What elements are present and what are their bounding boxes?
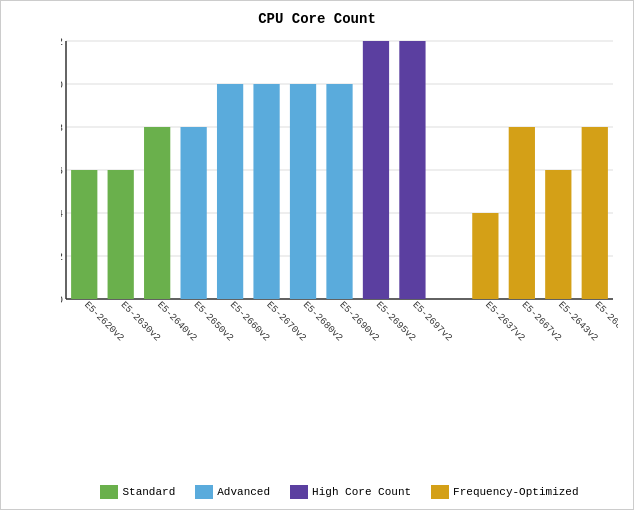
svg-rect-16 (71, 170, 97, 299)
svg-rect-18 (108, 170, 134, 299)
chart-svg: 024681012E5-2620v2E5-2630v2E5-2640v2E5-2… (61, 36, 618, 379)
legend-item-standard: Standard (100, 485, 175, 499)
svg-text:10: 10 (61, 79, 63, 91)
svg-rect-40 (545, 170, 571, 299)
svg-text:E5-2687Wv2: E5-2687Wv2 (593, 299, 618, 347)
svg-text:8: 8 (61, 122, 63, 134)
svg-text:0: 0 (61, 294, 63, 306)
svg-rect-38 (509, 127, 535, 299)
svg-rect-42 (582, 127, 608, 299)
svg-rect-20 (144, 127, 170, 299)
legend-swatch-high_core (290, 485, 308, 499)
legend-label-high_core: High Core Count (312, 486, 411, 498)
svg-text:12: 12 (61, 36, 63, 48)
legend-label-standard: Standard (122, 486, 175, 498)
legend-area: StandardAdvancedHigh Core CountFrequency… (61, 485, 618, 499)
svg-rect-36 (472, 213, 498, 299)
svg-rect-30 (326, 84, 352, 299)
svg-rect-28 (290, 84, 316, 299)
svg-rect-34 (399, 41, 425, 299)
chart-container: CPU Core Count Number of Processor Cores… (0, 0, 634, 510)
legend-swatch-advanced (195, 485, 213, 499)
legend-swatch-standard (100, 485, 118, 499)
svg-text:E5-2697v2: E5-2697v2 (410, 299, 454, 343)
legend-label-freq_optimized: Frequency-Optimized (453, 486, 578, 498)
chart-area: 024681012E5-2620v2E5-2630v2E5-2640v2E5-2… (61, 36, 618, 379)
legend-item-advanced: Advanced (195, 485, 270, 499)
legend-swatch-freq_optimized (431, 485, 449, 499)
svg-text:2: 2 (61, 251, 63, 263)
legend-item-freq_optimized: Frequency-Optimized (431, 485, 578, 499)
svg-text:6: 6 (61, 165, 63, 177)
legend-label-advanced: Advanced (217, 486, 270, 498)
legend-item-high_core: High Core Count (290, 485, 411, 499)
svg-rect-22 (181, 127, 207, 299)
svg-rect-24 (217, 84, 243, 299)
svg-rect-26 (253, 84, 279, 299)
chart-title: CPU Core Count (1, 1, 633, 31)
svg-rect-32 (363, 41, 389, 299)
svg-text:4: 4 (61, 208, 63, 220)
